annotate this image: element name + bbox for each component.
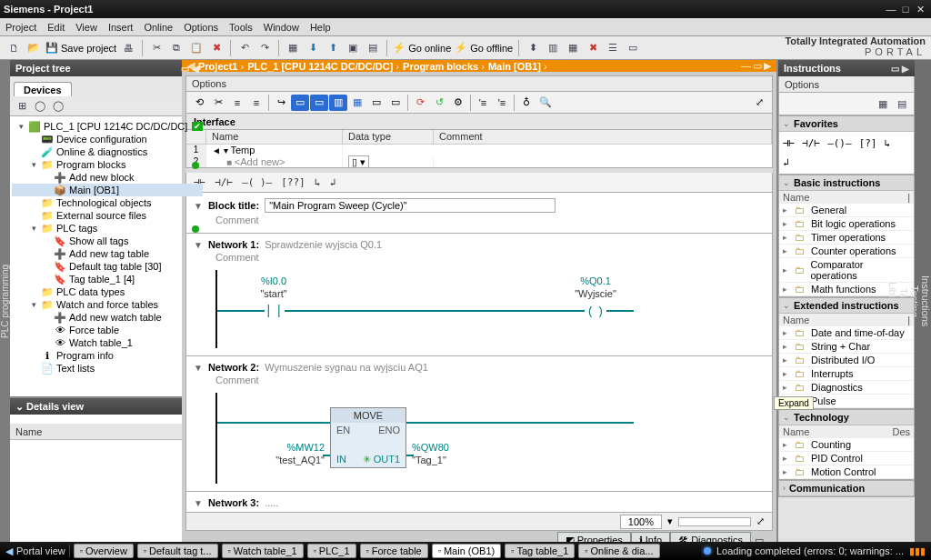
close-icon[interactable]: ✕ [913,4,927,15]
taskbar-tab[interactable]: ▫Default tag t... [137,544,218,558]
sym-branch-open[interactable]: ↳ [315,176,321,188]
menu-help[interactable]: Help [310,22,331,33]
zoom-fit-icon[interactable]: ⤢ [756,515,765,527]
portal-arrow-icon[interactable]: ◀ [5,545,13,557]
tree-item[interactable]: 🔖Tag table_1 [4] [12,273,203,285]
cut-icon[interactable]: ✂ [148,40,165,56]
fav-coil[interactable]: —()— [827,137,852,149]
taskbar-tab[interactable]: ▫Watch table_1 [222,544,304,558]
menu-options[interactable]: Options [184,22,218,33]
project-tree[interactable]: ▾🟩PLC_1 [CPU 1214C DC/DC/DC]✔📟Device con… [10,116,205,396]
et-o-icon[interactable]: '≡ [474,95,492,111]
zoom-slider[interactable] [678,517,751,526]
tree-item[interactable]: 📁Technological objects [12,196,203,209]
copy-icon[interactable]: ⧉ [168,40,185,56]
interface-grid[interactable]: Name Data type Comment 1 ◄ ▾ Temp 2 ■ <A… [185,130,773,168]
et-j-icon[interactable]: ▭ [367,95,385,111]
bc-min-icon[interactable]: — [741,60,751,72]
upload-icon[interactable]: ⬆ [325,40,341,56]
tree-item[interactable]: ℹProgram info [12,349,203,362]
paste-icon[interactable]: 📋 [188,40,205,56]
left-side-strip[interactable]: PLC programming [0,60,10,542]
tree-item[interactable]: ➕Add new block [12,171,203,184]
menu-project[interactable]: Project [5,22,36,33]
taskbar-tab[interactable]: ▫Main (OB1) [432,544,501,558]
menu-edit[interactable]: Edit [47,22,65,33]
et-g-icon[interactable]: ▭ [310,95,328,111]
et-e-icon[interactable]: ↪ [272,95,290,111]
sim-icon[interactable]: ▣ [345,40,361,56]
details-view-header[interactable]: ⌄ Details view [10,398,205,415]
sym-contact-nc[interactable]: ⊣/⊢ [215,176,233,188]
instruction-item[interactable]: ▸🗀Distributed I/O [779,354,914,367]
maximize-icon[interactable]: □ [898,4,913,15]
menu-online[interactable]: Online [144,22,173,33]
et-q-icon[interactable]: ♁ [517,95,536,111]
tree-item[interactable]: ▾📁Program blocks [12,158,203,171]
tree-item[interactable]: 🧪Online & diagnostics [12,145,203,158]
tree-item[interactable]: ➕Add new watch table [12,311,203,324]
tree-fwd-icon[interactable]: ◯ [50,98,66,115]
tool-f-icon[interactable]: ▭ [625,40,641,56]
et-k-icon[interactable]: ▭ [386,95,405,111]
et-l-icon[interactable]: ⟳ [411,95,429,111]
side-tab-instructions[interactable]: Instructions [920,65,931,536]
tree-item[interactable]: ➕Add new tag table [12,247,203,260]
tree-item[interactable]: ▾📁Watch and force tables [12,298,203,311]
block-title-input[interactable] [265,198,556,213]
tree-item[interactable]: 👁Watch table_1 [12,336,203,349]
undo-icon[interactable]: ↶ [236,40,253,56]
bc-prev-icon[interactable]: ◀ [187,60,195,72]
collapse-right-icon[interactable]: ▶ [902,64,909,74]
tab-devices[interactable]: Devices [14,82,72,96]
tool-d-icon[interactable]: ✖ [585,40,601,56]
sym-box[interactable]: [??] [281,176,305,188]
sym-branch-close[interactable]: ↲ [329,176,335,188]
tree-item[interactable]: 👁Force table [12,324,203,336]
tree-item[interactable]: 🔖Show all tags [12,235,203,247]
extended-instructions-header[interactable]: ⌄Extended instructions [779,298,914,314]
zoom-value[interactable]: 100% [620,515,662,529]
et-m-icon[interactable]: ↺ [430,95,448,111]
et-r-icon[interactable]: 🔍 [536,95,555,111]
et-a-icon[interactable]: ⟲ [190,95,208,111]
tree-item[interactable]: 📄Text lists [12,362,203,375]
taskbar-tab[interactable]: ▫Force table [360,544,428,558]
iface-row[interactable]: 2 ■ <Add new> ▯ ▾ [186,156,772,168]
bc-max-icon[interactable]: ▭ [753,60,762,72]
et-p-icon[interactable]: '≡ [493,95,511,111]
network-2[interactable]: ▼Network 2:Wymuszenie sygnau na wyjsciu … [185,356,773,492]
save-project-button[interactable]: 💾Save project [45,42,116,54]
tool-c-icon[interactable]: ▦ [565,40,581,56]
tree-item[interactable]: ▾🟩PLC_1 [CPU 1214C DC/DC/DC]✔ [12,120,203,133]
portal-view-button[interactable]: Portal view [16,545,65,556]
menu-view[interactable]: View [75,22,97,33]
open-icon[interactable]: 📂 [25,40,42,56]
delete-icon[interactable]: ✖ [208,40,225,56]
menu-insert[interactable]: Insert [108,22,134,33]
sym-coil[interactable]: —( )— [242,176,272,188]
tool-e-icon[interactable]: ☰ [605,40,621,56]
tree-item[interactable]: 📦Main [OB1] [12,184,203,196]
instruction-item[interactable]: ▸🗀String + Char [779,340,914,354]
taskbar-tab[interactable]: ▫Online & dia... [578,544,659,558]
tree-item[interactable]: 🔖Default tag table [30] [12,260,203,273]
fav-contact-nc[interactable]: ⊣/⊢ [802,137,820,149]
et-expand-icon[interactable]: ⤢ [750,95,768,111]
et-d-icon[interactable]: ≡ [247,95,265,111]
taskbar-tab[interactable]: ▫Tag table_1 [505,544,575,558]
zoom-dropdown-icon[interactable]: ▾ [667,515,673,527]
network-1[interactable]: ▼Network 1:Sprawdzenie wyjscia Q0.1 Comm… [185,234,773,356]
tree-item[interactable]: ▾📁PLC tags [12,222,203,235]
instruction-item[interactable]: ▸🗀Diagnostics [779,381,914,395]
tree-item[interactable]: 📁External source files [12,209,203,222]
tree-item[interactable]: 📟Device configuration [12,133,203,145]
center-options[interactable]: Options [185,75,773,92]
menu-tools[interactable]: Tools [229,22,253,33]
bc-ext-icon[interactable]: ▶ [764,60,771,72]
et-h-icon[interactable]: ▥ [329,95,347,111]
fav-box[interactable]: [?] [859,137,877,149]
new-icon[interactable]: 🗋 [5,40,22,56]
minimize-icon[interactable]: — [884,4,898,15]
compile-icon[interactable]: ▦ [285,40,301,56]
